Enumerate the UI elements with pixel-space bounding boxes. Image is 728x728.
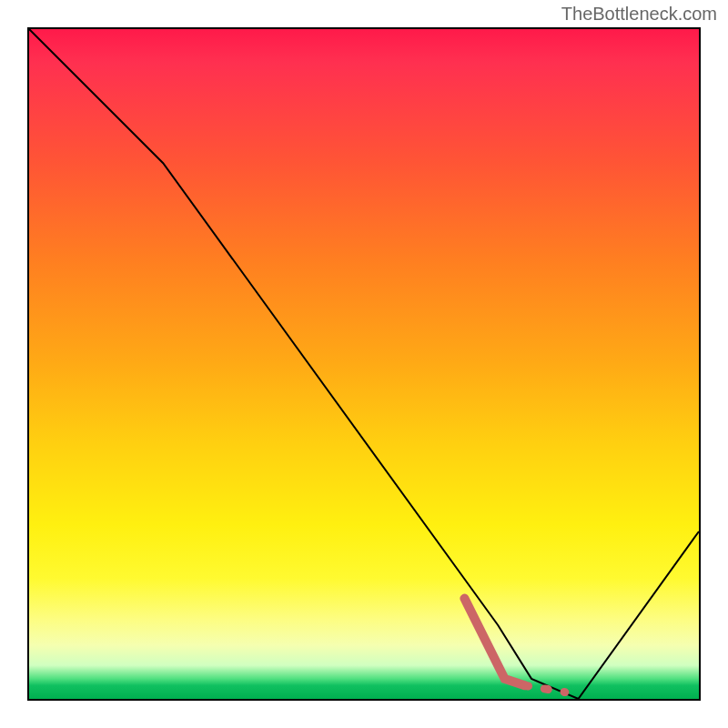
chart-svg-layer	[29, 29, 699, 699]
chart-plot-area	[27, 27, 701, 701]
marker-thick-path	[464, 599, 524, 686]
watermark-text: TheBottleneck.com	[561, 4, 717, 25]
bottleneck-curve-path	[29, 29, 699, 699]
